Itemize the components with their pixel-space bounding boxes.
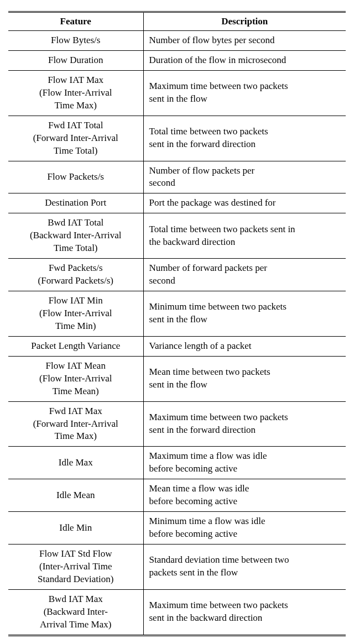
feature-cell: Idle Max: [8, 447, 143, 479]
table-row: Flow IAT Mean(Flow Inter-ArrivalTime Mea…: [8, 356, 346, 401]
description-cell: Total time between two packetssent in th…: [143, 116, 346, 161]
description-cell: Minimum time a flow was idlebefore becom…: [143, 512, 346, 544]
description-cell: Maximum time between two packetssent in …: [143, 589, 346, 635]
table-row: Idle MeanMean time a flow was idlebefore…: [8, 479, 346, 512]
description-cell: Number of flow packets persecond: [143, 161, 346, 193]
description-cell: Mean time a flow was idlebefore becoming…: [143, 479, 346, 512]
description-cell: Standard deviation time between twopacke…: [143, 544, 346, 590]
feature-cell: Flow Duration: [8, 50, 143, 70]
header-description: Description: [143, 12, 346, 31]
table-row: Fwd IAT Max(Forward Inter-ArrivalTime Ma…: [8, 401, 346, 447]
table-row: Destination PortPort the package was des…: [8, 193, 346, 213]
table-row: Packet Length VarianceVariance length of…: [8, 336, 346, 356]
description-cell: Maximum time between two packetssent in …: [143, 401, 346, 447]
table-row: Flow Bytes/sNumber of flow bytes per sec…: [8, 31, 346, 51]
feature-cell: Bwd IAT Total(Backward Inter-ArrivalTime…: [8, 213, 143, 259]
feature-cell: Bwd IAT Max(Backward Inter-Arrival Time …: [8, 589, 143, 635]
feature-cell: Flow Packets/s: [8, 161, 143, 193]
header-feature: Feature: [8, 12, 143, 31]
description-cell: Total time between two packets sent inth…: [143, 213, 346, 259]
description-cell: Variance length of a packet: [143, 336, 346, 356]
table-row: Flow IAT Max(Flow Inter-ArrivalTime Max)…: [8, 70, 346, 116]
table-body: Flow Bytes/sNumber of flow bytes per sec…: [8, 31, 346, 636]
table-row: Flow Packets/sNumber of flow packets per…: [8, 161, 346, 193]
table-row: Bwd IAT Total(Backward Inter-ArrivalTime…: [8, 213, 346, 259]
feature-cell: Flow IAT Mean(Flow Inter-ArrivalTime Mea…: [8, 356, 143, 401]
description-cell: Minimum time between two packetssent in …: [143, 291, 346, 337]
table-row: Fwd Packets/s(Forward Packets/s)Number o…: [8, 259, 346, 291]
feature-cell: Destination Port: [8, 193, 143, 213]
feature-cell: Fwd IAT Max(Forward Inter-ArrivalTime Ma…: [8, 401, 143, 447]
description-cell: Maximum time a flow was idlebefore becom…: [143, 447, 346, 479]
table-row: Idle MaxMaximum time a flow was idlebefo…: [8, 447, 346, 479]
table-row: Bwd IAT Max(Backward Inter-Arrival Time …: [8, 589, 346, 635]
table-row: Idle MinMinimum time a flow was idlebefo…: [8, 512, 346, 544]
feature-cell: Fwd Packets/s(Forward Packets/s): [8, 259, 143, 291]
table-row: Flow DurationDuration of the flow in mic…: [8, 50, 346, 70]
features-table: Feature Description Flow Bytes/sNumber o…: [8, 11, 346, 636]
feature-cell: Packet Length Variance: [8, 336, 143, 356]
description-cell: Duration of the flow in microsecond: [143, 50, 346, 70]
table-row: Flow IAT Std Flow(Inter-Arrival TimeStan…: [8, 544, 346, 590]
table-row: Flow IAT Min(Flow Inter-ArrivalTime Min)…: [8, 291, 346, 337]
table-row: Fwd IAT Total(Forward Inter-ArrivalTime …: [8, 116, 346, 161]
feature-cell: Flow IAT Min(Flow Inter-ArrivalTime Min): [8, 291, 143, 337]
table-header-row: Feature Description: [8, 12, 346, 31]
feature-cell: Fwd IAT Total(Forward Inter-ArrivalTime …: [8, 116, 143, 161]
description-cell: Maximum time between two packetssent in …: [143, 70, 346, 116]
feature-cell: Flow IAT Max(Flow Inter-ArrivalTime Max): [8, 70, 143, 116]
description-cell: Number of forward packets persecond: [143, 259, 346, 291]
description-cell: Number of flow bytes per second: [143, 31, 346, 51]
description-cell: Mean time between two packetssent in the…: [143, 356, 346, 401]
feature-cell: Flow IAT Std Flow(Inter-Arrival TimeStan…: [8, 544, 143, 590]
feature-cell: Flow Bytes/s: [8, 31, 143, 51]
feature-cell: Idle Mean: [8, 479, 143, 512]
feature-cell: Idle Min: [8, 512, 143, 544]
description-cell: Port the package was destined for: [143, 193, 346, 213]
